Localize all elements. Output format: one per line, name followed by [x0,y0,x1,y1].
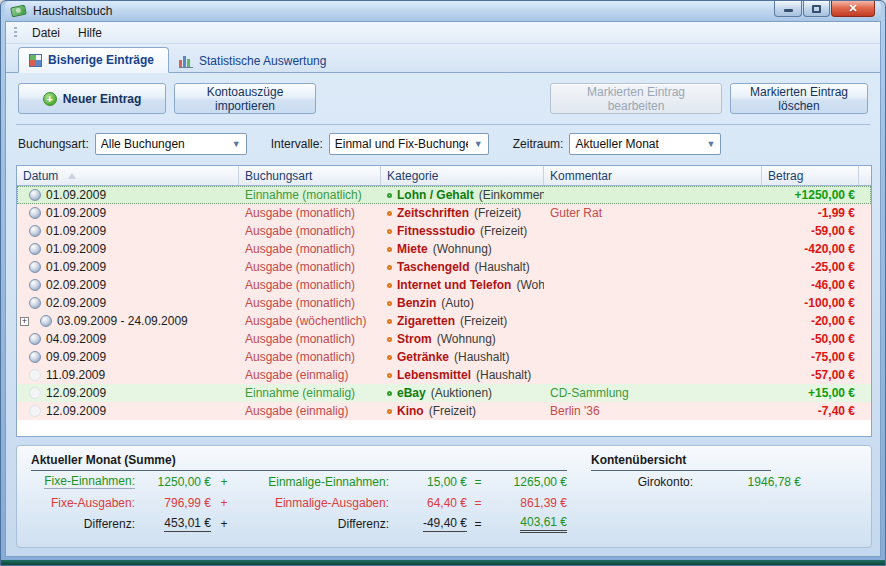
row-amount: -46,00 € [762,278,859,292]
row-date: 03.09.2009 - 24.09.2009 [57,314,188,328]
row-date: 01.09.2009 [46,242,106,256]
recurring-clock-icon [29,333,41,345]
category-name: Zigaretten [397,314,455,328]
table-row[interactable]: 12.09.2009Einnahme (einmalig)eBay(Auktio… [17,384,871,402]
row-type: Ausgabe (monatlich) [239,224,381,238]
table-row[interactable]: 01.09.2009Einnahme (monatlich)Lohn / Geh… [17,186,871,204]
row-date: 02.09.2009 [46,296,106,310]
menu-item-hilfe[interactable]: Hilfe [69,24,111,42]
category-name: Fitnessstudio [397,224,475,238]
table-row[interactable]: 01.09.2009Ausgabe (monatlich)Taschengeld… [17,258,871,276]
column-header-kategorie[interactable]: Kategorie [381,166,544,185]
category-bullet-icon [387,409,392,414]
difference-onetime-value: -49,40 € [389,513,467,534]
edit-entry-button[interactable]: Markierten Eintrag bearbeiten [550,83,722,114]
recurring-clock-icon [29,243,41,255]
column-header-betrag[interactable]: Betrag [762,166,859,185]
table-row[interactable]: 02.09.2009Ausgabe (monatlich)Internet un… [17,276,871,294]
column-header-spacer [859,166,873,185]
table-row[interactable]: 01.09.2009Ausgabe (monatlich)Fitnessstud… [17,222,871,240]
row-category-cell: Getränke(Haushalt) [381,350,544,364]
table-row[interactable]: +03.09.2009 - 24.09.2009Ausgabe (wöchent… [17,312,871,330]
delete-entry-button[interactable]: Markierten Eintrag löschen [730,83,868,114]
row-type: Ausgabe (monatlich) [239,260,381,274]
tab-statistische-auswertung[interactable]: Statistische Auswertung [169,49,340,73]
row-date-cell: +03.09.2009 - 24.09.2009 [17,314,239,328]
table-row[interactable]: 02.09.2009Ausgabe (monatlich)Benzin(Auto… [17,294,871,312]
table-row[interactable]: 12.09.2009Ausgabe (einmalig)Kino(Freizei… [17,402,871,420]
summary-grid: Fixe-Einnahmen: 1250,00 € + Einmalige-Ei… [31,471,567,534]
expand-icon[interactable]: + [20,317,29,326]
row-date: 12.09.2009 [46,386,106,400]
table-row[interactable]: 11.09.2009Ausgabe (einmalig)Lebensmittel… [17,366,871,384]
new-entry-label: Neuer Eintrag [63,92,142,106]
column-label: Betrag [768,169,803,183]
category-bullet-icon [387,211,392,216]
row-date: 04.09.2009 [46,332,106,346]
minimize-icon [784,9,793,12]
row-date-cell: 12.09.2009 [17,386,239,400]
maximize-button[interactable] [803,1,830,17]
row-category-cell: Taschengeld(Haushalt) [381,260,544,274]
title-bar[interactable]: Haushaltsbuch ✕ [5,1,881,21]
table-row[interactable]: 01.09.2009Ausgabe (monatlich)Miete(Wohnu… [17,240,871,258]
table-row[interactable]: 01.09.2009Ausgabe (monatlich)Zeitschrift… [17,204,871,222]
category-group: (Haushalt) [454,350,509,364]
category-bullet-icon [387,247,392,252]
intervalle-select[interactable]: Einmal und Fix-Buchungen ▼ [329,133,489,155]
category-bullet-icon [387,193,392,198]
row-amount: -20,00 € [762,314,859,328]
row-date: 02.09.2009 [46,278,106,292]
category-name: Lohn / Gehalt [397,188,474,202]
row-type: Ausgabe (monatlich) [239,206,381,220]
row-comment: CD-Sammlung [544,386,762,400]
close-button[interactable]: ✕ [831,1,875,17]
recurring-clock-icon [40,315,52,327]
intervalle-value: Einmal und Fix-Buchungen [335,137,468,151]
import-statements-button[interactable]: Kontoauszüge importieren [174,83,316,114]
fixed-expense-label: Fixe-Ausgaben: [31,492,135,513]
equals-operator: = [467,513,489,534]
row-date-cell: 01.09.2009 [17,188,239,202]
column-header-kommentar[interactable]: Kommentar [544,166,762,185]
table-row[interactable]: 09.09.2009Ausgabe (monatlich)Getränke(Ha… [17,348,871,366]
category-name: Benzin [397,296,436,310]
row-date-cell: 01.09.2009 [17,260,239,274]
table-row[interactable]: 04.09.2009Ausgabe (monatlich)Strom(Wohnu… [17,330,871,348]
menu-item-datei[interactable]: Datei [23,24,69,42]
fixed-income-label: Fixe-Einnahmen: [31,471,135,492]
onetime-income-value: 15,00 € [389,471,467,492]
row-type: Ausgabe (monatlich) [239,350,381,364]
column-header-buchungsart[interactable]: Buchungsart [239,166,381,185]
toolbar-grip-icon [14,27,17,39]
toolbar: + Neuer Eintrag Kontoauszüge importieren… [16,81,870,125]
client-area: Datei Hilfe Bisherige Einträge Statistis… [5,21,881,557]
buchungsart-select[interactable]: Alle Buchungen ▼ [95,133,247,155]
recurring-clock-icon [29,351,41,363]
tab-bisherige-eintraege[interactable]: Bisherige Einträge [18,47,169,73]
category-name: Getränke [397,350,449,364]
filter-bar: Buchungsart: Alle Buchungen ▼ Intervalle… [16,125,870,164]
recurring-clock-icon [29,297,41,309]
row-category-cell: Kino(Freizeit) [381,404,544,418]
account-label: Girokonto: [591,475,701,489]
minimize-button[interactable] [774,1,802,17]
new-entry-button[interactable]: + Neuer Eintrag [18,83,166,114]
row-type: Einnahme (einmalig) [239,386,381,400]
window-bottom-edge [1,560,885,565]
zeitraum-select[interactable]: Aktueller Monat ▼ [569,133,721,155]
category-bullet-icon [387,355,392,360]
category-name: Kino [397,404,424,418]
column-header-datum[interactable]: Datum [17,166,239,185]
row-category-cell: Lohn / Gehalt(Einkommen) [381,188,544,202]
row-date: 01.09.2009 [46,224,106,238]
app-window: Haushaltsbuch ✕ Datei Hilfe Bisherige Ei… [0,0,886,566]
total-income-value: 1265,00 € [489,471,567,492]
account-row: Girokonto: 1946,78 € [591,471,821,493]
row-amount: -25,00 € [762,260,859,274]
zeitraum-value: Aktueller Monat [575,137,658,151]
category-name: Taschengeld [397,260,469,274]
account-balance: 1946,78 € [701,475,801,489]
category-bullet-icon [387,319,392,324]
category-bullet-icon [387,301,392,306]
